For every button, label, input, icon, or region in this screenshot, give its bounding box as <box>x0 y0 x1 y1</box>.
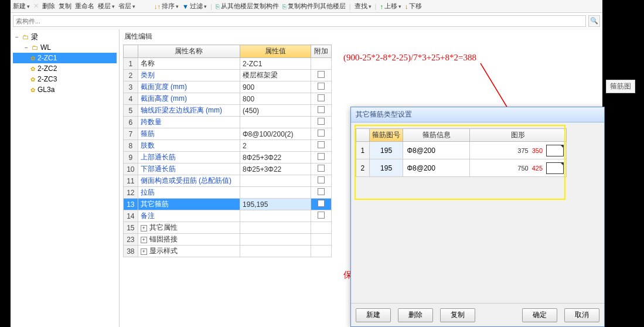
property-table: 属性名称 属性值 附加 1名称2-ZC12类别楼层框架梁3截面宽度 (mm)90… <box>123 45 332 257</box>
tree-root-beam[interactable]: − 🗀 梁 <box>13 32 117 42</box>
prop-row[interactable]: 6跨数量 <box>124 117 332 128</box>
folder-icon: 🗀 <box>32 44 38 51</box>
prop-row[interactable]: 11侧面构造或受扭筋 (总配筋值) <box>124 175 332 187</box>
checkbox[interactable] <box>318 71 325 78</box>
prop-row[interactable]: 9上部通长筋8Φ25+3Φ22 <box>124 152 332 164</box>
search-button[interactable]: 🔍 <box>588 15 600 27</box>
gear-icon: ✿ <box>30 87 35 93</box>
tb-down[interactable]: ↓下移 <box>405 2 422 11</box>
tree-wl-label: WL <box>40 43 51 52</box>
checkbox[interactable] <box>318 165 325 172</box>
tb-floor[interactable]: 楼层▾ <box>98 2 115 11</box>
stirrup-shape-icon <box>546 162 564 174</box>
tree-root-label: 梁 <box>31 32 38 42</box>
stirrup-shape-icon <box>546 145 564 156</box>
prop-row[interactable]: 2类别楼层框架梁 <box>124 70 332 81</box>
checkbox[interactable] <box>318 130 325 137</box>
checkbox[interactable] <box>318 200 325 207</box>
col-stirrup-shape: 图形 <box>469 129 566 142</box>
prop-row[interactable]: 10下部通长筋8Φ25+3Φ22 <box>124 164 332 175</box>
tree-item-zc2[interactable]: ✿ 2-ZC2 <box>13 63 117 74</box>
col-value: 属性值 <box>240 45 311 58</box>
prop-row[interactable]: 14备注 <box>124 210 332 222</box>
tb-del[interactable]: 删除 <box>42 2 55 11</box>
gear-icon: ✿ <box>30 66 35 72</box>
dialog-title: 其它箍筋类型设置 <box>351 107 604 122</box>
prop-row[interactable]: 23+锚固搭接 <box>124 234 332 246</box>
gear-icon: ✿ <box>30 55 35 62</box>
annotation-formula1: (900-25*2-8*2-25)/7*3+25+8*2=388 <box>343 53 476 63</box>
folder-icon: 🗀 <box>22 33 29 40</box>
prop-row[interactable]: 4截面高度 (mm)800 <box>124 93 332 105</box>
stirrup-row[interactable]: 2195Φ8@200750425 <box>356 159 567 177</box>
stirrup-table: 箍筋图号 箍筋信息 图形 1195Φ8@2003753502195Φ8@2007… <box>356 128 567 177</box>
checkbox[interactable] <box>318 118 325 125</box>
dialog-new-button[interactable]: 新建 <box>356 308 391 322</box>
tb-copyfrom[interactable]: ⎘从其他楼层复制构件 <box>216 2 279 11</box>
checkbox[interactable] <box>318 94 325 101</box>
checkbox[interactable] <box>318 141 325 148</box>
prop-row[interactable]: 5轴线距梁左边线距离 (mm)(450) <box>124 105 332 117</box>
checkbox[interactable] <box>318 176 325 183</box>
stirrup-type-dialog: 其它箍筋类型设置 箍筋图号 箍筋信息 图形 1195Φ8@20037535021… <box>350 107 605 327</box>
checkbox[interactable] <box>318 106 325 113</box>
dialog-delete-button[interactable]: 删除 <box>398 308 433 322</box>
checkbox[interactable] <box>318 188 325 195</box>
component-tree: − 🗀 梁 − 🗀 WL ✿ 2-ZC1 ✿ 2-ZC2 ✿ 2-ZC3 <box>11 29 120 327</box>
search-input[interactable] <box>13 15 586 27</box>
prop-row[interactable]: 1名称2-ZC1 <box>124 58 332 70</box>
col-stirrup-info: 箍筋信息 <box>403 129 469 142</box>
gear-icon: ✿ <box>30 76 35 83</box>
dialog-ok-button[interactable]: 确定 <box>522 308 557 322</box>
dialog-copy-button[interactable]: 复制 <box>440 308 475 322</box>
prop-row[interactable]: 12拉筋 <box>124 187 332 199</box>
collapse-icon: − <box>23 45 29 51</box>
col-add: 附加 <box>311 45 332 58</box>
dialog-cancel-button[interactable]: 取消 <box>564 308 599 322</box>
tree-item-gl3a[interactable]: ✿ GL3a <box>13 84 117 95</box>
tb-layer[interactable]: 省层▾ <box>118 2 135 11</box>
prop-row[interactable]: 38+显示样式 <box>124 246 332 257</box>
tree-item-zc3[interactable]: ✿ 2-ZC3 <box>13 74 117 84</box>
tb-new[interactable]: 新建▾ <box>13 2 30 11</box>
tb-rename[interactable]: 重命名 <box>75 2 94 11</box>
tb-up[interactable]: ↑上移▾ <box>380 2 401 11</box>
checkbox[interactable] <box>318 83 325 90</box>
main-toolbar: 新建▾ ✕ 删除 复制 重命名 楼层▾ 省层▾ ↓↑排序▾ ▼过滤▾ | ⎘从其… <box>11 0 602 13</box>
prop-row[interactable]: 15+其它属性 <box>124 222 332 234</box>
property-panel-title: 属性编辑 <box>120 29 602 44</box>
prop-row[interactable]: 8肢数2 <box>124 140 332 152</box>
tb-find[interactable]: 查找▾ <box>355 2 372 11</box>
col-stirrup-no: 箍筋图号 <box>369 129 403 142</box>
search-icon: 🔍 <box>590 17 598 25</box>
tb-copy[interactable]: 复制 <box>59 2 71 11</box>
side-tab-stirrup[interactable]: 箍筋图 <box>606 80 635 93</box>
prop-row[interactable]: 7箍筋Φ8@100/200(2) <box>124 128 332 140</box>
tb-copyto[interactable]: ⎘复制构件到其他楼层 <box>282 2 346 11</box>
tb-filter[interactable]: ▼过滤▾ <box>182 2 207 11</box>
stirrup-row[interactable]: 1195Φ8@200375350 <box>356 142 567 159</box>
checkbox[interactable] <box>318 153 325 160</box>
prop-row[interactable]: 3截面宽度 (mm)900 <box>124 81 332 93</box>
col-name: 属性名称 <box>138 45 240 58</box>
prop-row[interactable]: 13其它箍筋195,195 <box>124 199 332 210</box>
tree-wl[interactable]: − 🗀 WL <box>13 42 117 53</box>
collapse-icon: − <box>14 34 20 40</box>
checkbox[interactable] <box>318 212 325 219</box>
tb-sort[interactable]: ↓↑排序▾ <box>154 2 179 11</box>
tree-item-zc1[interactable]: ✿ 2-ZC1 <box>13 53 117 63</box>
